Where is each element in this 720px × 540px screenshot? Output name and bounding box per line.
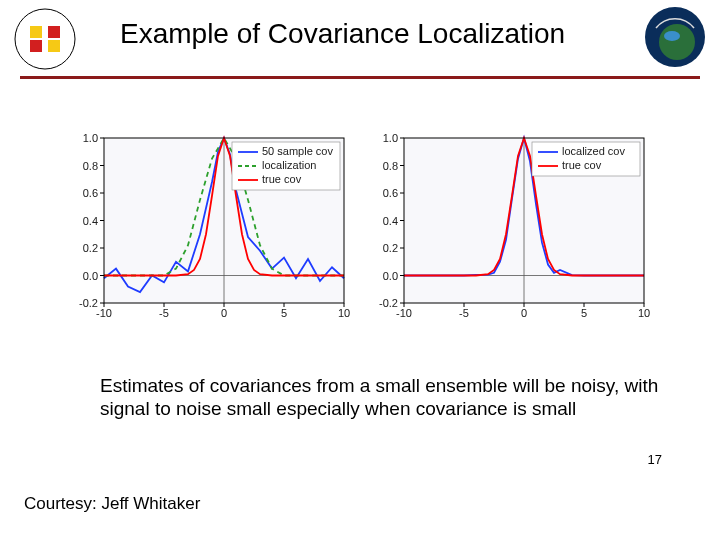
svg-text:0.2: 0.2 (83, 242, 98, 254)
svg-text:true cov: true cov (562, 159, 602, 171)
slide: Example of Covariance Localization -10-5… (0, 0, 720, 540)
slide-body-text: Estimates of covariances from a small en… (100, 375, 660, 421)
svg-text:0.0: 0.0 (383, 270, 398, 282)
chart-left: -10-50510-0.20.00.20.40.60.81.050 sample… (70, 130, 350, 325)
svg-text:-0.2: -0.2 (79, 297, 98, 309)
svg-text:0.8: 0.8 (383, 160, 398, 172)
svg-text:50 sample cov: 50 sample cov (262, 145, 333, 157)
svg-text:true cov: true cov (262, 173, 302, 185)
svg-text:1.0: 1.0 (83, 132, 98, 144)
svg-text:0.4: 0.4 (383, 215, 398, 227)
slide-title: Example of Covariance Localization (120, 18, 565, 50)
svg-text:0.8: 0.8 (83, 160, 98, 172)
svg-text:1.0: 1.0 (383, 132, 398, 144)
svg-text:localization: localization (262, 159, 316, 171)
university-logo-icon (14, 8, 76, 74)
svg-text:0.4: 0.4 (83, 215, 98, 227)
svg-text:0.6: 0.6 (83, 187, 98, 199)
page-number: 17 (648, 452, 662, 467)
svg-text:-5: -5 (459, 307, 469, 319)
svg-text:0: 0 (221, 307, 227, 319)
title-divider (20, 76, 700, 79)
svg-point-0 (15, 9, 75, 69)
svg-text:5: 5 (281, 307, 287, 319)
svg-text:-10: -10 (396, 307, 412, 319)
svg-text:localized cov: localized cov (562, 145, 625, 157)
jcsda-logo-icon (644, 6, 706, 72)
chart-right: -10-50510-0.20.00.20.40.60.81.0localized… (370, 130, 650, 325)
svg-text:-5: -5 (159, 307, 169, 319)
svg-text:-0.2: -0.2 (379, 297, 398, 309)
courtesy-line: Courtesy: Jeff Whitaker (24, 494, 200, 514)
svg-text:-10: -10 (96, 307, 112, 319)
svg-point-2 (659, 24, 695, 60)
svg-text:0.6: 0.6 (383, 187, 398, 199)
svg-text:5: 5 (581, 307, 587, 319)
header: Example of Covariance Localization (0, 0, 720, 76)
charts-container: -10-50510-0.20.00.20.40.60.81.050 sample… (70, 130, 650, 330)
svg-text:0.0: 0.0 (83, 270, 98, 282)
svg-text:0.2: 0.2 (383, 242, 398, 254)
svg-text:10: 10 (638, 307, 650, 319)
svg-text:10: 10 (338, 307, 350, 319)
svg-point-3 (664, 31, 680, 41)
svg-text:0: 0 (521, 307, 527, 319)
